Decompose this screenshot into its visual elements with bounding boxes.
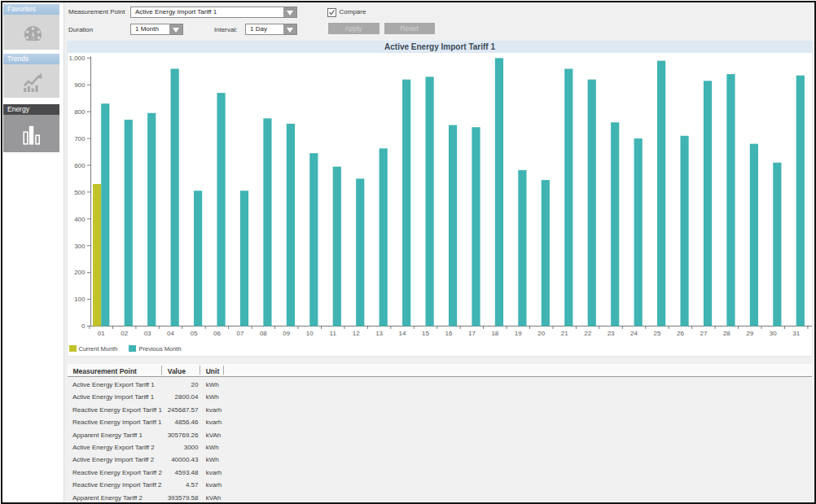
svg-text:06: 06 (213, 330, 221, 337)
svg-text:15: 15 (422, 330, 429, 337)
svg-text:30: 30 (770, 330, 777, 337)
svg-text:100: 100 (74, 296, 86, 303)
svg-text:17: 17 (468, 330, 476, 337)
svg-text:29: 29 (746, 330, 753, 337)
svg-text:08: 08 (260, 330, 267, 337)
svg-text:600: 600 (74, 162, 86, 169)
svg-text:27: 27 (700, 330, 707, 337)
svg-text:04: 04 (167, 330, 174, 337)
svg-text:18: 18 (491, 330, 498, 337)
svg-text:300: 300 (74, 243, 86, 250)
svg-text:400: 400 (74, 216, 86, 223)
svg-text:05: 05 (191, 330, 198, 337)
svg-text:28: 28 (723, 330, 730, 337)
svg-text:31: 31 (792, 330, 800, 337)
svg-text:01: 01 (98, 330, 105, 337)
svg-text:19: 19 (515, 330, 522, 337)
svg-text:07: 07 (236, 330, 243, 337)
svg-text:800: 800 (74, 108, 86, 116)
svg-text:700: 700 (74, 135, 86, 142)
svg-text:24: 24 (630, 330, 638, 337)
svg-text:13: 13 (375, 330, 383, 337)
svg-text:11: 11 (330, 330, 337, 337)
svg-text:12: 12 (353, 330, 360, 337)
svg-text:25: 25 (654, 330, 661, 337)
svg-text:23: 23 (608, 330, 615, 337)
svg-text:0: 0 (81, 322, 86, 330)
svg-text:200: 200 (74, 269, 86, 276)
svg-text:20: 20 (537, 330, 545, 337)
svg-text:21: 21 (561, 330, 568, 337)
svg-text:10: 10 (306, 330, 314, 337)
svg-text:500: 500 (74, 189, 86, 196)
svg-text:22: 22 (584, 330, 591, 337)
svg-text:09: 09 (283, 330, 290, 337)
svg-text:03: 03 (144, 330, 151, 337)
svg-text:26: 26 (677, 330, 684, 337)
svg-text:900: 900 (74, 81, 86, 89)
svg-text:14: 14 (399, 330, 406, 337)
svg-text:16: 16 (445, 330, 452, 337)
svg-text:02: 02 (121, 330, 128, 337)
svg-text:1,000: 1,000 (68, 55, 86, 62)
